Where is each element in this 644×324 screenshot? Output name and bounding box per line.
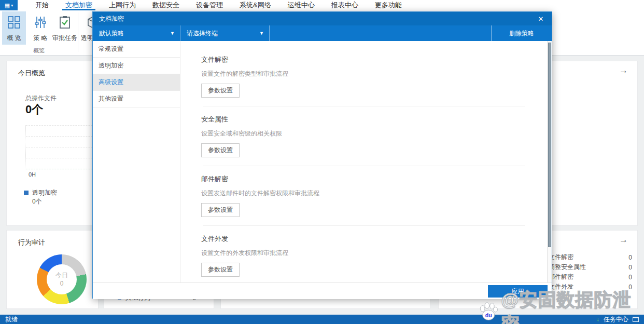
caret-down-icon: ▾ <box>11 3 13 8</box>
dialog-body: 常规设置 透明加密 高级设置 其他设置 文件解密 设置文件的解密类型和审批流程 … <box>93 41 552 282</box>
ribbon-button-overview[interactable]: 概 览 <box>2 11 26 45</box>
app-grid-icon: ▦ <box>5 2 10 9</box>
ribbon-button-label: 概 览 <box>2 34 26 43</box>
chart-legend[interactable]: 透明加密 <box>24 188 57 197</box>
row-value: 0 <box>628 264 633 271</box>
section-mail-decrypt: 邮件解密 设置发送邮件时的文件解密权限和审批流程 参数设置 <box>201 174 547 217</box>
row-label: 邮件解密 <box>549 273 573 281</box>
arrow-right-icon[interactable]: → <box>619 235 628 245</box>
dialog-title: 文档加密 <box>99 15 124 23</box>
section-file-decrypt: 文件解密 设置文件的解密类型和审批流程 参数设置 <box>201 55 547 98</box>
param-settings-button[interactable]: 参数设置 <box>201 84 240 98</box>
app-menu-button[interactable]: ▦ ▾ <box>0 0 18 10</box>
sidebar-item-general[interactable]: 常规设置 <box>93 41 180 58</box>
download-arrow-icon: ↓ <box>596 316 599 323</box>
param-settings-button[interactable]: 参数设置 <box>201 203 240 217</box>
caret-down-icon: ▼ <box>255 31 264 36</box>
doc-encryption-dialog: 文档加密 ✕ 默认策略 ▼ 请选择终端 ▼ 删除策略 常规设置 透明加密 高级设… <box>92 11 552 299</box>
audit-card: 行为审计 今日 0 <box>6 230 99 309</box>
row-mail-decrypt[interactable]: 邮件解密 0 <box>549 272 633 282</box>
menu-item-start[interactable]: 开始 <box>27 0 57 10</box>
section-divider <box>203 166 525 166</box>
ribbon-button-label: 策 略 <box>29 34 52 43</box>
row-value: 0 <box>628 284 633 291</box>
row-value: 0 <box>628 254 633 261</box>
sidebar-item-other[interactable]: 其他设置 <box>93 91 180 107</box>
status-ready-label: 就绪 <box>5 315 18 324</box>
row-file-outgoing[interactable]: 文件外发 0 <box>549 282 633 292</box>
menu-item-report-center[interactable]: 报表中心 <box>323 0 367 10</box>
ribbon-button-label: 审批任务 <box>52 34 78 43</box>
param-settings-button[interactable]: 参数设置 <box>201 143 240 157</box>
donut-center-line1: 今日 <box>55 271 68 279</box>
section-desc: 设置安全域和密级的相关权限 <box>201 129 547 138</box>
section-title: 安全属性 <box>201 115 547 124</box>
menu-item-ops-center[interactable]: 运维中心 <box>279 0 323 10</box>
terminal-select-value: 请选择终端 <box>187 29 218 38</box>
scrollbar-thumb[interactable] <box>548 43 551 247</box>
dialog-scrollbar[interactable] <box>547 41 552 282</box>
filter-bar-spacer <box>270 25 491 41</box>
section-desc: 设置文件的外发权限和审批流程 <box>201 249 547 258</box>
dialog-footer: 应用 <box>93 282 552 299</box>
menu-item-more[interactable]: 更多功能 <box>367 0 410 10</box>
section-desc: 设置发送邮件时的文件解密权限和审批流程 <box>201 189 547 198</box>
row-label: 文件解密 <box>549 253 573 262</box>
section-security-attr: 安全属性 设置安全域和密级的相关权限 参数设置 <box>201 115 547 157</box>
policy-select-value: 默认策略 <box>99 29 124 38</box>
clipboard-check-icon <box>58 16 72 29</box>
menu-item-device-mgmt[interactable]: 设备管理 <box>188 0 231 10</box>
row-value: 0 <box>628 274 633 281</box>
terminal-select[interactable]: 请选择终端 ▼ <box>180 25 270 41</box>
dialog-sidebar: 常规设置 透明加密 高级设置 其他设置 <box>93 41 180 282</box>
menu-item-doc-encryption[interactable]: 文档加密 <box>57 0 101 10</box>
menu-item-system-network[interactable]: 系统&网络 <box>231 0 279 10</box>
policy-select[interactable]: 默认策略 ▼ <box>93 25 180 41</box>
ribbon-button-policy[interactable]: 策 略 <box>29 11 52 45</box>
ribbon-divider <box>78 12 78 52</box>
section-divider <box>203 225 525 226</box>
apply-button[interactable]: 应用 <box>488 285 548 298</box>
close-icon[interactable]: ✕ <box>536 15 545 23</box>
menu-items: 开始 文档加密 上网行为 数据安全 设备管理 系统&网络 运维中心 报表中心 更… <box>27 0 410 10</box>
param-settings-button[interactable]: 参数设置 <box>201 263 240 277</box>
section-file-outgoing: 文件外发 设置文件的外发权限和审批流程 参数设置 <box>201 234 547 277</box>
approval-rows: 文件解密 0 调整安全属性 0 邮件解密 0 文件外发 0 <box>549 252 633 292</box>
legend-label: 透明加密 <box>32 188 57 197</box>
menu-item-data-security[interactable]: 数据安全 <box>144 0 188 10</box>
ribbon-button-approval-tasks[interactable]: 审批任务 <box>52 11 78 45</box>
audit-card-title: 行为审计 <box>18 238 45 247</box>
row-file-decrypt[interactable]: 文件解密 0 <box>549 252 633 262</box>
caret-down-icon: ▼ <box>166 31 175 36</box>
dialog-title-bar: 文档加密 ✕ <box>93 12 552 25</box>
delete-policy-button[interactable]: 删除策略 <box>491 25 552 41</box>
section-title: 邮件解密 <box>201 174 547 184</box>
legend-value: 0个 <box>32 197 42 206</box>
total-files-value: 0个 <box>25 102 43 117</box>
row-label: 文件外发 <box>549 282 573 291</box>
section-title: 文件外发 <box>201 234 547 244</box>
section-desc: 设置文件的解密类型和审批流程 <box>201 70 547 78</box>
menu-item-web-behavior[interactable]: 上网行为 <box>101 0 144 10</box>
dialog-filter-bar: 默认策略 ▼ 请选择终端 ▼ 删除策略 <box>93 25 552 41</box>
behavior-donut-chart: 今日 0 <box>37 254 87 304</box>
menu-bar: ▦ ▾ 开始 文档加密 上网行为 数据安全 设备管理 系统&网络 运维中心 报表… <box>0 0 644 10</box>
grid-icon <box>7 16 21 29</box>
x-axis-label: 0H <box>29 171 36 178</box>
row-adjust-security[interactable]: 调整安全属性 0 <box>549 262 633 272</box>
donut-center-label: 今日 0 <box>47 264 77 294</box>
section-title: 文件解密 <box>201 55 547 64</box>
row-label: 调整安全属性 <box>549 263 586 272</box>
arrow-right-icon[interactable]: → <box>619 65 628 76</box>
sliders-icon <box>34 16 47 29</box>
task-center-button[interactable]: 任务中心 <box>604 315 628 324</box>
legend-swatch-icon <box>24 191 29 195</box>
ribbon-group-label: 概览 <box>0 47 78 55</box>
section-divider <box>203 106 525 106</box>
sidebar-item-advanced[interactable]: 高级设置 <box>93 74 180 91</box>
dialog-content: 文件解密 设置文件的解密类型和审批流程 参数设置 安全属性 设置安全域和密级的相… <box>180 41 547 282</box>
donut-center-line2: 0 <box>60 279 64 288</box>
status-bar: 就绪 ↓ 任务中心 <box>0 315 644 324</box>
task-window-icon[interactable] <box>633 317 639 322</box>
sidebar-item-transparent-encryption[interactable]: 透明加密 <box>93 58 180 74</box>
